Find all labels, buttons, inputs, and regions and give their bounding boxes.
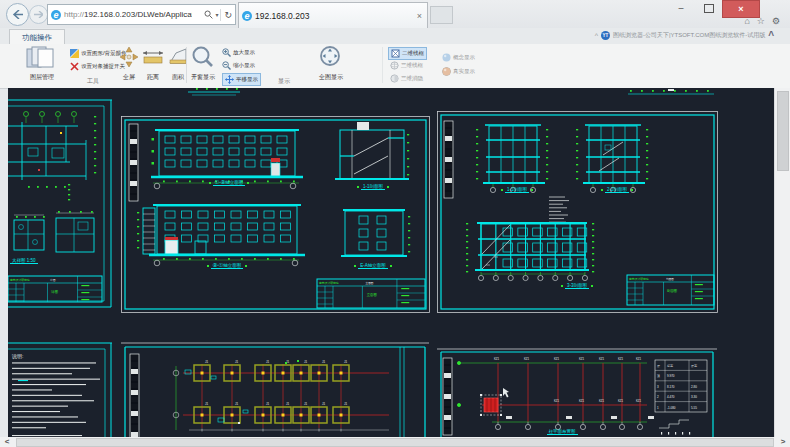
zoom-extents-button[interactable]: 全图显示 bbox=[316, 45, 346, 80]
sheet-sections: 建筑设计研究院剖面图剖面图 1-1剖面图 2-2剖面图 3-3剖面图 bbox=[437, 111, 718, 313]
wireframe-3d-button[interactable]: 三维线框 bbox=[388, 60, 425, 71]
svg-text:J1: J1 bbox=[344, 360, 348, 364]
svg-text:J1: J1 bbox=[266, 402, 270, 406]
horizontal-scrollbar[interactable]: < > bbox=[0, 437, 790, 447]
svg-text:剖面图: 剖面图 bbox=[666, 277, 674, 281]
svg-text:详图: 详图 bbox=[51, 290, 58, 294]
drawing-label-elev1: ①-⑧轴立面图 bbox=[179, 180, 279, 186]
ribbon-tab-row: 功能操作 ^ YT 图纸浏览器-公司天下|YTSOFT.COM图纸浏览软件-试用… bbox=[0, 28, 790, 45]
drawing-canvas[interactable]: 建筑设计研究院详图详图 大样图 1:50 建筑设计研究院立面图立面图 ①-⑧轴立… bbox=[8, 88, 775, 437]
new-tab-button[interactable] bbox=[430, 6, 453, 24]
drawing-label-side: E-A轴立面图 bbox=[329, 263, 417, 269]
zoom-out-button[interactable]: 缩小显示 bbox=[222, 60, 255, 71]
svg-text:层高: 层高 bbox=[691, 364, 697, 368]
group-label-display: 显示 bbox=[188, 77, 380, 86]
conceptual-button[interactable]: 概念显示 bbox=[440, 52, 477, 63]
horizontal-scrollbar-thumb[interactable] bbox=[16, 438, 774, 447]
ribbon-group-display: 开窗显示 放大显示 缩小显示 平移显示 全图显示 显示 bbox=[188, 44, 380, 87]
foundation-drawing: J1J1J1J1J1J1J1J1J1J1J1J1J1J1 bbox=[121, 342, 430, 437]
svg-text:-1.080: -1.080 bbox=[667, 406, 676, 410]
collapse-arrow-icon[interactable]: ^ bbox=[595, 32, 598, 39]
group-divider bbox=[382, 47, 383, 83]
svg-text:8.170: 8.170 bbox=[667, 385, 675, 389]
svg-text:3: 3 bbox=[657, 385, 659, 389]
app-title-cluster: ^ YT 图纸浏览器-公司天下|YTSOFT.COM图纸浏览软件-试用版 ^ bbox=[595, 30, 774, 41]
hidden-3d-icon bbox=[390, 74, 399, 83]
app-title-text: 图纸浏览器-公司天下|YTSOFT.COM图纸浏览软件-试用版 bbox=[613, 31, 765, 40]
svg-text:KZ1: KZ1 bbox=[618, 399, 624, 403]
svg-text:J1: J1 bbox=[322, 360, 326, 364]
search-caret-icon[interactable]: ▾ bbox=[215, 11, 218, 18]
svg-text:立面图: 立面图 bbox=[366, 281, 374, 285]
tab-192-168-0-203[interactable]: e 192.168.0.203 × bbox=[238, 2, 428, 28]
minimize-icon: – bbox=[678, 3, 683, 13]
settings-gear-icon[interactable]: ⚙ bbox=[772, 16, 780, 26]
sheet-columns: KZ1KZ1KZ1KZ1KZ1KZ1KZ1KZ1KZ1KZ1KZ1KZ1层标高层… bbox=[437, 348, 718, 437]
window-zoom-button[interactable]: 开窗显示 bbox=[188, 45, 218, 80]
svg-text:2: 2 bbox=[657, 395, 659, 399]
forward-arrow-icon bbox=[34, 11, 43, 18]
ruler-icon bbox=[142, 45, 164, 69]
magnifier-icon bbox=[191, 45, 215, 69]
ribbon-tab-function[interactable]: 功能操作 bbox=[9, 29, 65, 45]
sheet-fragment bbox=[628, 88, 718, 97]
sphere-orange-icon bbox=[442, 67, 451, 76]
browser-command-icons: ⌂ ☆ ⚙ bbox=[744, 16, 780, 26]
search-icon[interactable] bbox=[204, 10, 213, 19]
drawing-label: 大样图 1:50 bbox=[10, 258, 102, 264]
drawing-label-s3: 3-3剖面图 bbox=[497, 283, 657, 289]
browser-window: e http://192.168.0.203/DLWeb/Application… bbox=[0, 0, 790, 447]
ribbon-group-tools: 图层管理 设置图形/背景颜色 设置对象捕捉开关 全屏 bbox=[8, 44, 178, 87]
home-icon[interactable]: ⌂ bbox=[744, 16, 749, 26]
vertical-scrollbar-thumb[interactable] bbox=[777, 91, 789, 171]
scroll-left-arrow-icon[interactable]: < bbox=[0, 437, 14, 447]
favorites-star-icon[interactable]: ☆ bbox=[757, 16, 765, 26]
wireframe-2d-label: 二维线框 bbox=[402, 50, 424, 57]
back-button[interactable] bbox=[6, 3, 29, 26]
wireframe-3d-icon bbox=[390, 61, 399, 70]
refresh-icon[interactable]: ↻ bbox=[224, 10, 232, 20]
ribbon-collapse-chevron-icon[interactable]: ^ bbox=[768, 30, 774, 41]
expand-arrows-icon bbox=[119, 45, 139, 69]
svg-text:9.970: 9.970 bbox=[667, 374, 675, 378]
distance-button[interactable]: 距离 bbox=[141, 45, 165, 80]
minimize-button[interactable]: – bbox=[668, 0, 694, 16]
palette-icon bbox=[70, 49, 79, 58]
ribbon-group-visual-styles: 二维线框 三维线框 三维消隐 概念显示 真实显示 bbox=[388, 44, 498, 87]
sheet-fragment bbox=[188, 88, 258, 97]
svg-text:KZ1: KZ1 bbox=[494, 357, 500, 361]
hidden-3d-button[interactable]: 三维消隐 bbox=[388, 73, 425, 84]
forward-button[interactable] bbox=[29, 5, 48, 24]
ribbon: 图层管理 设置图形/背景颜色 设置对象捕捉开关 全屏 bbox=[0, 44, 790, 89]
plan-details-drawing: 建筑设计研究院详图详图 bbox=[8, 96, 114, 312]
layer-manager-button[interactable]: 图层管理 bbox=[18, 45, 66, 80]
sheet-elevations: 建筑设计研究院立面图立面图 ①-⑧轴立面图 1-1剖面图 ⑧-①轴立面图 E-A… bbox=[121, 116, 430, 313]
svg-text:KZ1: KZ1 bbox=[618, 357, 624, 361]
svg-text:立面图: 立面图 bbox=[367, 293, 377, 297]
zoom-in-button[interactable]: 放大显示 bbox=[222, 47, 255, 58]
snap-toggle-button[interactable]: 设置对象捕捉开关 bbox=[70, 61, 125, 72]
svg-text:KZ1: KZ1 bbox=[579, 357, 585, 361]
vertical-scrollbar[interactable] bbox=[774, 88, 790, 437]
sheet-plan-details: 建筑设计研究院详图详图 大样图 1:50 bbox=[8, 96, 114, 312]
scroll-right-arrow-icon[interactable]: > bbox=[776, 437, 790, 447]
svg-text:4.470: 4.470 bbox=[667, 395, 675, 399]
realistic-button[interactable]: 真实显示 bbox=[440, 66, 477, 77]
wireframe-2d-button[interactable]: 二维线框 bbox=[388, 47, 427, 60]
svg-text:KZ1: KZ1 bbox=[554, 357, 560, 361]
fullscreen-button[interactable]: 全屏 bbox=[118, 45, 140, 80]
address-bar[interactable]: e http://192.168.0.203/DLWeb/Application… bbox=[47, 4, 236, 25]
svg-text:J1: J1 bbox=[322, 402, 326, 406]
svg-text:J1: J1 bbox=[304, 402, 308, 406]
back-arrow-icon bbox=[12, 10, 23, 19]
maximize-button[interactable] bbox=[696, 0, 722, 16]
zoom-extents-icon bbox=[319, 45, 343, 69]
notes-drawing bbox=[8, 340, 114, 437]
svg-text:3.30: 3.30 bbox=[691, 395, 697, 399]
tab-close-icon[interactable]: × bbox=[417, 11, 422, 21]
sheet-notes: 说明: bbox=[8, 340, 114, 437]
svg-text:KZ1: KZ1 bbox=[579, 399, 585, 403]
svg-text:KZ1: KZ1 bbox=[524, 357, 530, 361]
svg-text:J1: J1 bbox=[286, 402, 290, 406]
zoom-in-icon bbox=[222, 48, 231, 57]
